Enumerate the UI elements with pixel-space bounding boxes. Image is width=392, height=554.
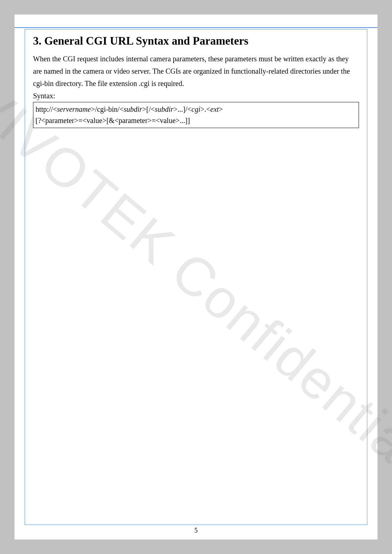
footer-page-number: 5 [15, 527, 377, 534]
watermark-text: VIVOTEK Confidential [0, 71, 392, 484]
syntax-param-cgi: cgi [192, 105, 200, 113]
syntax-text: >.< [200, 105, 211, 113]
syntax-line-2: [?<parameter>=<value>[&<parameter>=<valu… [36, 115, 356, 126]
syntax-param-subdir: subdir [124, 105, 142, 113]
syntax-text: >/cgi-bin/< [91, 105, 123, 113]
syntax-label: Syntax: [33, 90, 359, 101]
syntax-param-servername: servername [57, 105, 91, 113]
syntax-param-subdir2: subdir [155, 105, 173, 113]
syntax-text: http://< [36, 105, 57, 113]
syntax-line-1: http://<servername>/cgi-bin/<subdir>[/<s… [36, 104, 356, 115]
syntax-box: http://<servername>/cgi-bin/<subdir>[/<s… [33, 102, 359, 128]
header-brand: VIVOTEK [28, 20, 370, 26]
syntax-text: > [219, 105, 223, 113]
header-divider [15, 27, 377, 28]
syntax-text: >...]/< [173, 105, 192, 113]
content-box: VIVOTEK Confidential 3. General CGI URL … [25, 29, 367, 525]
page-container: VIVOTEK VIVOTEK Confidential 3. General … [15, 15, 377, 539]
section-title: 3. General CGI URL Syntax and Parameters [33, 34, 359, 48]
section-paragraph: When the CGI request includes internal c… [33, 53, 359, 90]
syntax-param-ext: ext [211, 105, 219, 113]
syntax-text: >[/< [142, 105, 155, 113]
